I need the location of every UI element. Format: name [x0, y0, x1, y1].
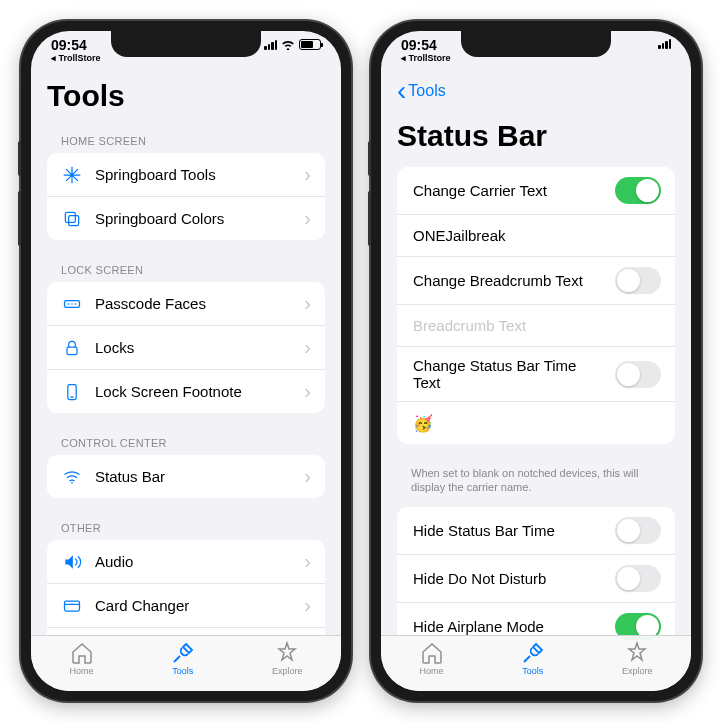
list-row[interactable]: Hide Do Not Disturb	[397, 555, 675, 603]
phone-left: 09:54 TrollStore Tools HOME SCREENSpring…	[21, 21, 351, 701]
chevron-right-icon	[304, 465, 311, 488]
tools-icon	[171, 641, 195, 665]
chevron-right-icon	[304, 163, 311, 186]
copy-icon	[61, 208, 83, 230]
svg-rect-10	[65, 601, 80, 611]
list-row[interactable]: Change Status Bar Time Text	[397, 347, 675, 402]
home-icon	[420, 641, 444, 665]
notch	[111, 31, 261, 57]
section-header: OTHER	[47, 514, 325, 540]
toggle-switch[interactable]	[615, 565, 661, 592]
toggle-switch[interactable]	[615, 267, 661, 294]
tab-label: Explore	[272, 666, 303, 676]
list-group: Passcode FacesLocksLock Screen Footnote	[47, 282, 325, 413]
toggle-switch[interactable]	[615, 177, 661, 204]
card-icon	[61, 595, 83, 617]
wifi-icon	[281, 40, 295, 50]
nav-bar: Tools	[381, 75, 691, 115]
section-footer: When set to blank on notched devices, th…	[397, 460, 675, 507]
home-icon	[70, 641, 94, 665]
text-input[interactable]: ONEJailbreak	[411, 227, 661, 244]
svg-rect-6	[67, 347, 77, 355]
list-row[interactable]: ONEJailbreak	[397, 215, 675, 257]
tab-label: Explore	[622, 666, 653, 676]
list-row[interactable]: Locks	[47, 326, 325, 370]
list-group: Springboard ToolsSpringboard Colors	[47, 153, 325, 240]
toggle-switch[interactable]	[615, 517, 661, 544]
status-time: 09:54	[401, 37, 437, 53]
section-header: LOCK SCREEN	[47, 256, 325, 282]
list-row[interactable]: Springboard Tools	[47, 153, 325, 197]
row-label: Springboard Colors	[95, 210, 292, 227]
tab-home[interactable]: Home	[70, 641, 94, 676]
list-row[interactable]: 🥳	[397, 402, 675, 444]
explore-icon	[275, 641, 299, 665]
svg-point-5	[75, 303, 77, 305]
list-row[interactable]: Status Bar	[47, 455, 325, 498]
status-time: 09:54	[51, 37, 87, 53]
list-row[interactable]: Miscellaneous	[47, 628, 325, 635]
row-label: Lock Screen Footnote	[95, 383, 292, 400]
list-group: Hide Status Bar TimeHide Do Not DisturbH…	[397, 507, 675, 643]
explore-icon	[625, 641, 649, 665]
chevron-right-icon	[304, 550, 311, 573]
list-row[interactable]: Change Breadcrumb Text	[397, 257, 675, 305]
lock-icon	[61, 337, 83, 359]
chevron-right-icon	[304, 336, 311, 359]
tab-label: Home	[420, 666, 444, 676]
row-label: Hide Airplane Mode	[411, 618, 603, 635]
tab-explore[interactable]: Explore	[272, 641, 303, 676]
notch	[461, 31, 611, 57]
row-label: Springboard Tools	[95, 166, 292, 183]
row-label: Change Status Bar Time Text	[411, 357, 603, 391]
row-label: Audio	[95, 553, 292, 570]
signal-icon	[658, 39, 671, 49]
text-input[interactable]: 🥳	[411, 414, 661, 433]
section-header: CONTROL CENTER	[47, 429, 325, 455]
chevron-right-icon	[304, 207, 311, 230]
signal-icon	[264, 40, 277, 50]
tab-bar: HomeToolsExplore	[31, 635, 341, 691]
audio-icon	[61, 551, 83, 573]
list-group: AudioCard ChangerMiscellaneous	[47, 540, 325, 635]
row-label: Hide Status Bar Time	[411, 522, 603, 539]
passcode-icon	[61, 293, 83, 315]
tab-label: Tools	[522, 666, 543, 676]
tab-label: Home	[70, 666, 94, 676]
svg-rect-0	[69, 215, 79, 225]
row-label: Change Breadcrumb Text	[411, 272, 603, 289]
page-title: Status Bar	[397, 119, 675, 153]
list-row[interactable]: Change Carrier Text	[397, 167, 675, 215]
svg-point-3	[68, 303, 70, 305]
list-row[interactable]: Hide Status Bar Time	[397, 507, 675, 555]
page-title: Tools	[47, 79, 325, 113]
list-row[interactable]: Card Changer	[47, 584, 325, 628]
text-input[interactable]: Breadcrumb Text	[411, 317, 661, 334]
svg-rect-1	[65, 212, 75, 222]
tab-label: Tools	[172, 666, 193, 676]
tab-bar: HomeToolsExplore	[381, 635, 691, 691]
svg-point-4	[71, 303, 73, 305]
tab-tools[interactable]: Tools	[171, 641, 195, 676]
list-row[interactable]: Lock Screen Footnote	[47, 370, 325, 413]
phone-right: 09:54 TrollStore Tools Status Bar Change…	[371, 21, 701, 701]
list-row[interactable]: Springboard Colors	[47, 197, 325, 240]
tab-explore[interactable]: Explore	[622, 641, 653, 676]
row-label: Change Carrier Text	[411, 182, 603, 199]
list-row[interactable]: Audio	[47, 540, 325, 584]
tab-tools[interactable]: Tools	[521, 641, 545, 676]
toggle-switch[interactable]	[615, 361, 661, 388]
list-row[interactable]: Breadcrumb Text	[397, 305, 675, 347]
battery-icon	[299, 39, 321, 50]
list-row[interactable]: Passcode Faces	[47, 282, 325, 326]
row-label: Card Changer	[95, 597, 292, 614]
status-back-app[interactable]: TrollStore	[51, 53, 101, 63]
phone-icon	[61, 381, 83, 403]
list-group: Status Bar	[47, 455, 325, 498]
section-header: HOME SCREEN	[47, 127, 325, 153]
svg-point-9	[71, 482, 73, 484]
back-button[interactable]: Tools	[397, 75, 446, 107]
status-back-app[interactable]: TrollStore	[401, 53, 451, 63]
wifi-icon	[61, 466, 83, 488]
tab-home[interactable]: Home	[420, 641, 444, 676]
